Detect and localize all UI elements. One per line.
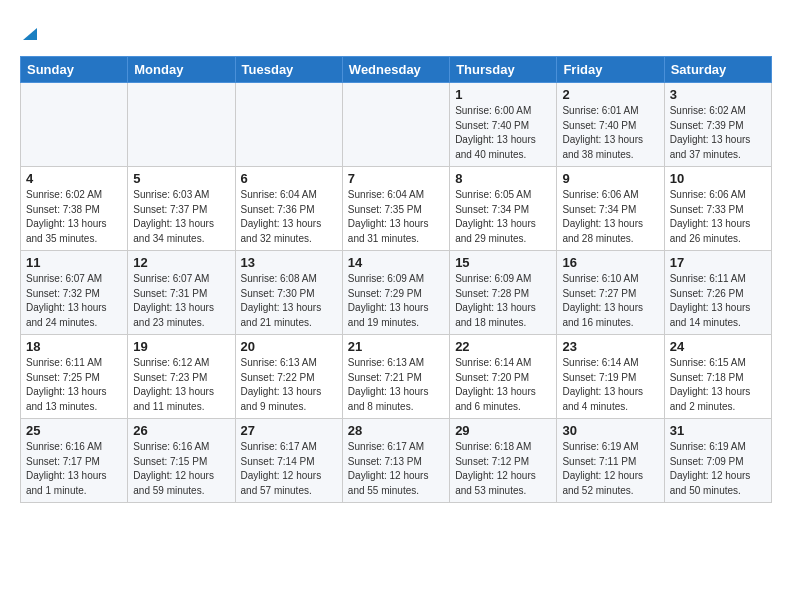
day-info: Sunrise: 6:19 AM Sunset: 7:09 PM Dayligh… — [670, 440, 766, 498]
calendar-cell: 3Sunrise: 6:02 AM Sunset: 7:39 PM Daylig… — [664, 83, 771, 167]
day-info: Sunrise: 6:09 AM Sunset: 7:28 PM Dayligh… — [455, 272, 551, 330]
day-number: 21 — [348, 339, 444, 354]
calendar-cell: 8Sunrise: 6:05 AM Sunset: 7:34 PM Daylig… — [450, 167, 557, 251]
day-number: 12 — [133, 255, 229, 270]
day-info: Sunrise: 6:13 AM Sunset: 7:22 PM Dayligh… — [241, 356, 337, 414]
calendar-cell: 31Sunrise: 6:19 AM Sunset: 7:09 PM Dayli… — [664, 419, 771, 503]
day-info: Sunrise: 6:16 AM Sunset: 7:17 PM Dayligh… — [26, 440, 122, 498]
calendar-cell: 25Sunrise: 6:16 AM Sunset: 7:17 PM Dayli… — [21, 419, 128, 503]
calendar-cell: 15Sunrise: 6:09 AM Sunset: 7:28 PM Dayli… — [450, 251, 557, 335]
calendar-cell: 18Sunrise: 6:11 AM Sunset: 7:25 PM Dayli… — [21, 335, 128, 419]
page-header — [20, 20, 772, 40]
calendar-cell: 19Sunrise: 6:12 AM Sunset: 7:23 PM Dayli… — [128, 335, 235, 419]
calendar-cell: 6Sunrise: 6:04 AM Sunset: 7:36 PM Daylig… — [235, 167, 342, 251]
logo — [20, 20, 39, 40]
day-number: 30 — [562, 423, 658, 438]
calendar-cell: 11Sunrise: 6:07 AM Sunset: 7:32 PM Dayli… — [21, 251, 128, 335]
day-number: 31 — [670, 423, 766, 438]
day-number: 2 — [562, 87, 658, 102]
day-info: Sunrise: 6:16 AM Sunset: 7:15 PM Dayligh… — [133, 440, 229, 498]
day-info: Sunrise: 6:17 AM Sunset: 7:13 PM Dayligh… — [348, 440, 444, 498]
logo-icon — [21, 24, 39, 42]
calendar-cell: 5Sunrise: 6:03 AM Sunset: 7:37 PM Daylig… — [128, 167, 235, 251]
calendar-cell: 20Sunrise: 6:13 AM Sunset: 7:22 PM Dayli… — [235, 335, 342, 419]
calendar-table: SundayMondayTuesdayWednesdayThursdayFrid… — [20, 56, 772, 503]
day-info: Sunrise: 6:09 AM Sunset: 7:29 PM Dayligh… — [348, 272, 444, 330]
weekday-header: Thursday — [450, 57, 557, 83]
day-info: Sunrise: 6:02 AM Sunset: 7:38 PM Dayligh… — [26, 188, 122, 246]
calendar-cell: 4Sunrise: 6:02 AM Sunset: 7:38 PM Daylig… — [21, 167, 128, 251]
calendar-cell: 27Sunrise: 6:17 AM Sunset: 7:14 PM Dayli… — [235, 419, 342, 503]
calendar-week-row: 1Sunrise: 6:00 AM Sunset: 7:40 PM Daylig… — [21, 83, 772, 167]
weekday-header: Saturday — [664, 57, 771, 83]
weekday-header: Monday — [128, 57, 235, 83]
calendar-cell: 24Sunrise: 6:15 AM Sunset: 7:18 PM Dayli… — [664, 335, 771, 419]
calendar-cell — [235, 83, 342, 167]
weekday-header: Tuesday — [235, 57, 342, 83]
weekday-header: Sunday — [21, 57, 128, 83]
day-number: 22 — [455, 339, 551, 354]
day-info: Sunrise: 6:18 AM Sunset: 7:12 PM Dayligh… — [455, 440, 551, 498]
day-number: 1 — [455, 87, 551, 102]
day-number: 15 — [455, 255, 551, 270]
calendar-week-row: 18Sunrise: 6:11 AM Sunset: 7:25 PM Dayli… — [21, 335, 772, 419]
calendar-cell — [21, 83, 128, 167]
day-number: 25 — [26, 423, 122, 438]
day-number: 8 — [455, 171, 551, 186]
calendar-cell: 22Sunrise: 6:14 AM Sunset: 7:20 PM Dayli… — [450, 335, 557, 419]
day-number: 13 — [241, 255, 337, 270]
day-info: Sunrise: 6:01 AM Sunset: 7:40 PM Dayligh… — [562, 104, 658, 162]
day-info: Sunrise: 6:04 AM Sunset: 7:35 PM Dayligh… — [348, 188, 444, 246]
calendar-cell: 28Sunrise: 6:17 AM Sunset: 7:13 PM Dayli… — [342, 419, 449, 503]
day-number: 4 — [26, 171, 122, 186]
day-info: Sunrise: 6:10 AM Sunset: 7:27 PM Dayligh… — [562, 272, 658, 330]
day-number: 29 — [455, 423, 551, 438]
day-info: Sunrise: 6:05 AM Sunset: 7:34 PM Dayligh… — [455, 188, 551, 246]
calendar-week-row: 4Sunrise: 6:02 AM Sunset: 7:38 PM Daylig… — [21, 167, 772, 251]
weekday-header: Friday — [557, 57, 664, 83]
calendar-week-row: 11Sunrise: 6:07 AM Sunset: 7:32 PM Dayli… — [21, 251, 772, 335]
day-number: 20 — [241, 339, 337, 354]
day-info: Sunrise: 6:07 AM Sunset: 7:32 PM Dayligh… — [26, 272, 122, 330]
day-info: Sunrise: 6:12 AM Sunset: 7:23 PM Dayligh… — [133, 356, 229, 414]
day-info: Sunrise: 6:06 AM Sunset: 7:33 PM Dayligh… — [670, 188, 766, 246]
calendar-cell: 30Sunrise: 6:19 AM Sunset: 7:11 PM Dayli… — [557, 419, 664, 503]
day-number: 5 — [133, 171, 229, 186]
day-info: Sunrise: 6:13 AM Sunset: 7:21 PM Dayligh… — [348, 356, 444, 414]
day-info: Sunrise: 6:04 AM Sunset: 7:36 PM Dayligh… — [241, 188, 337, 246]
calendar-cell: 17Sunrise: 6:11 AM Sunset: 7:26 PM Dayli… — [664, 251, 771, 335]
day-number: 24 — [670, 339, 766, 354]
day-number: 3 — [670, 87, 766, 102]
day-info: Sunrise: 6:02 AM Sunset: 7:39 PM Dayligh… — [670, 104, 766, 162]
calendar-cell: 12Sunrise: 6:07 AM Sunset: 7:31 PM Dayli… — [128, 251, 235, 335]
day-info: Sunrise: 6:06 AM Sunset: 7:34 PM Dayligh… — [562, 188, 658, 246]
day-info: Sunrise: 6:14 AM Sunset: 7:19 PM Dayligh… — [562, 356, 658, 414]
day-info: Sunrise: 6:11 AM Sunset: 7:25 PM Dayligh… — [26, 356, 122, 414]
day-info: Sunrise: 6:00 AM Sunset: 7:40 PM Dayligh… — [455, 104, 551, 162]
day-number: 11 — [26, 255, 122, 270]
calendar-cell: 29Sunrise: 6:18 AM Sunset: 7:12 PM Dayli… — [450, 419, 557, 503]
day-info: Sunrise: 6:03 AM Sunset: 7:37 PM Dayligh… — [133, 188, 229, 246]
day-number: 17 — [670, 255, 766, 270]
day-number: 10 — [670, 171, 766, 186]
day-number: 23 — [562, 339, 658, 354]
day-info: Sunrise: 6:17 AM Sunset: 7:14 PM Dayligh… — [241, 440, 337, 498]
day-info: Sunrise: 6:11 AM Sunset: 7:26 PM Dayligh… — [670, 272, 766, 330]
day-number: 26 — [133, 423, 229, 438]
day-number: 14 — [348, 255, 444, 270]
calendar-cell: 7Sunrise: 6:04 AM Sunset: 7:35 PM Daylig… — [342, 167, 449, 251]
calendar-cell: 14Sunrise: 6:09 AM Sunset: 7:29 PM Dayli… — [342, 251, 449, 335]
day-number: 6 — [241, 171, 337, 186]
calendar-cell: 10Sunrise: 6:06 AM Sunset: 7:33 PM Dayli… — [664, 167, 771, 251]
calendar-cell: 23Sunrise: 6:14 AM Sunset: 7:19 PM Dayli… — [557, 335, 664, 419]
weekday-header: Wednesday — [342, 57, 449, 83]
svg-marker-0 — [23, 28, 37, 40]
calendar-cell: 21Sunrise: 6:13 AM Sunset: 7:21 PM Dayli… — [342, 335, 449, 419]
day-number: 19 — [133, 339, 229, 354]
day-info: Sunrise: 6:07 AM Sunset: 7:31 PM Dayligh… — [133, 272, 229, 330]
calendar-header-row: SundayMondayTuesdayWednesdayThursdayFrid… — [21, 57, 772, 83]
day-number: 27 — [241, 423, 337, 438]
calendar-cell: 1Sunrise: 6:00 AM Sunset: 7:40 PM Daylig… — [450, 83, 557, 167]
day-number: 18 — [26, 339, 122, 354]
calendar-cell: 26Sunrise: 6:16 AM Sunset: 7:15 PM Dayli… — [128, 419, 235, 503]
